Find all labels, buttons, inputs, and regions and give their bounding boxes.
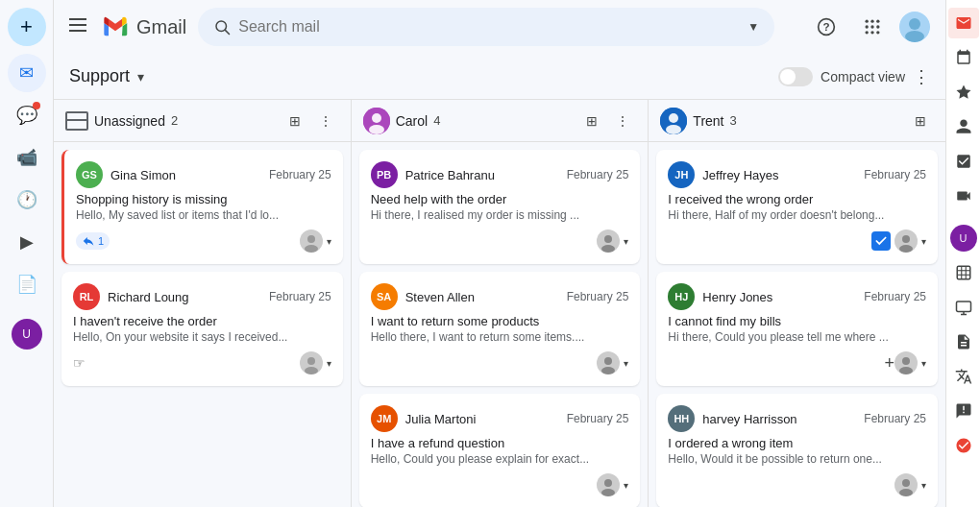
hamburger-icon[interactable] xyxy=(69,16,86,38)
email-card[interactable]: HJ Henry Jones February 25 I cannot find… xyxy=(656,272,938,386)
assignee-area[interactable]: ▾ xyxy=(597,351,628,374)
add-card-button-carol[interactable]: ⊞ xyxy=(578,108,605,134)
card-footer: ▾ xyxy=(371,473,629,496)
svg-point-11 xyxy=(870,25,873,28)
sidebar-item-clock[interactable]: 🕐 xyxy=(8,181,46,219)
rp-icon-star[interactable] xyxy=(948,77,979,108)
svg-rect-41 xyxy=(957,266,970,279)
assignee-area[interactable]: ▾ xyxy=(894,473,926,496)
assignee-chevron-icon[interactable]: ▾ xyxy=(624,236,628,247)
svg-point-36 xyxy=(899,245,913,253)
svg-point-39 xyxy=(902,479,910,487)
assignee-area[interactable]: ▾ xyxy=(894,351,926,374)
sidebar-item-chat[interactable]: 💬 xyxy=(8,96,46,134)
email-subject: I cannot find my bills xyxy=(668,314,926,328)
card-header: SA Steven Allen February 25 xyxy=(371,283,629,310)
col-title-trent: Trent xyxy=(693,113,723,129)
assignee-area[interactable]: ▾ xyxy=(894,229,926,253)
col-count-carol: 4 xyxy=(433,113,440,128)
email-card[interactable]: RL Richard Loung February 25 I haven't r… xyxy=(61,272,343,386)
svg-point-34 xyxy=(666,125,681,134)
email-card[interactable]: GS Gina Simon February 25 Shopping histo… xyxy=(61,150,343,264)
more-options-unassigned[interactable]: ⋮ xyxy=(312,108,339,134)
assignee-area[interactable]: ▾ xyxy=(597,473,628,496)
col-avatar-trent xyxy=(660,108,687,134)
rp-icon-feedback[interactable] xyxy=(948,396,979,426)
sender-avatar: SA xyxy=(371,283,398,310)
add-card-button-unassigned[interactable]: ⊞ xyxy=(282,108,308,134)
email-date: February 25 xyxy=(864,290,926,303)
svg-point-19 xyxy=(307,235,315,243)
rp-icon-docs2[interactable] xyxy=(948,326,979,357)
user-avatar[interactable] xyxy=(899,12,930,42)
rp-icon-support[interactable] xyxy=(948,430,979,461)
svg-rect-2 xyxy=(69,30,86,32)
assignee-chevron-icon[interactable]: ▾ xyxy=(624,480,628,491)
col-count-trent: 3 xyxy=(730,113,737,128)
col-title-unassigned: Unassigned xyxy=(94,113,165,129)
sidebar-item-mail[interactable]: ✉ xyxy=(8,54,46,92)
search-input[interactable] xyxy=(238,18,740,36)
assignee-area[interactable]: ▾ xyxy=(300,351,331,374)
assignee-chevron-icon[interactable]: ▾ xyxy=(624,358,628,369)
email-card[interactable]: HH harvey Harrisson February 25 I ordere… xyxy=(656,394,938,507)
email-subject: Need help with the order xyxy=(371,192,629,206)
assignee-chevron-icon[interactable]: ▾ xyxy=(921,358,926,369)
rp-icon-mail[interactable] xyxy=(948,8,979,38)
rp-icon-meet[interactable] xyxy=(948,181,979,211)
svg-line-4 xyxy=(226,30,230,34)
email-card[interactable]: JH Jeffrey Hayes February 25 I received … xyxy=(656,150,938,264)
svg-rect-1 xyxy=(69,24,86,26)
compose-button[interactable]: + xyxy=(8,8,46,46)
sidebar-item-meet[interactable]: 📹 xyxy=(8,138,46,177)
svg-point-21 xyxy=(307,357,315,365)
rp-icon-calendar[interactable] xyxy=(948,42,979,73)
sidebar-item-user[interactable]: U xyxy=(8,315,46,353)
svg-point-7 xyxy=(866,20,869,23)
email-date: February 25 xyxy=(269,290,331,303)
gmail-text: Gmail xyxy=(136,16,186,38)
assignee-chevron-icon[interactable]: ▾ xyxy=(327,358,331,369)
card-header: JH Jeffrey Hayes February 25 xyxy=(668,161,926,188)
assignee-area[interactable]: ▾ xyxy=(597,229,628,253)
email-card[interactable]: JM Julia Martoni February 25 I have a re… xyxy=(359,394,641,507)
email-preview: Hello, Could you please explain for exac… xyxy=(371,452,629,466)
more-options-icon[interactable]: ⋮ xyxy=(913,66,930,87)
svg-point-20 xyxy=(305,245,318,253)
svg-point-37 xyxy=(902,357,910,365)
cursor-icon: ☞ xyxy=(73,355,86,371)
search-chevron-icon[interactable]: ▼ xyxy=(747,20,759,34)
assignee-chevron-icon[interactable]: ▾ xyxy=(921,480,926,491)
column-unassigned: Unassigned 2 ⊞ ⋮ GS Gina Simon February … xyxy=(54,100,352,507)
sidebar-item-docs[interactable]: 📄 xyxy=(8,265,46,303)
support-chevron-icon[interactable]: ▾ xyxy=(137,69,144,84)
email-card[interactable]: SA Steven Allen February 25 I want to re… xyxy=(359,272,641,386)
card-footer: ▾ xyxy=(371,351,629,374)
email-card[interactable]: PB Patrice Bahranu February 25 Need help… xyxy=(359,150,641,264)
rp-icon-sheets[interactable] xyxy=(948,257,979,288)
search-bar[interactable]: ▼ xyxy=(198,8,774,46)
rp-icon-slides[interactable] xyxy=(948,292,979,323)
sidebar-item-send[interactable]: ▶ xyxy=(8,223,46,261)
rp-icon-contacts[interactable] xyxy=(948,111,979,142)
apps-button[interactable] xyxy=(853,8,892,46)
email-preview: Hi there, Half of my order doesn't belon… xyxy=(668,208,926,222)
header-right: ? xyxy=(807,8,930,46)
compact-toggle-switch[interactable] xyxy=(778,67,813,86)
svg-point-18 xyxy=(905,31,924,42)
assignee-area[interactable]: ▾ xyxy=(300,229,331,253)
add-card-button-trent[interactable]: ⊞ xyxy=(907,108,934,134)
assignee-chevron-icon[interactable]: ▾ xyxy=(327,236,331,247)
sub-header: Support ▾ Compact view ⋮ xyxy=(54,54,945,100)
rp-icon-translate[interactable] xyxy=(948,361,979,392)
rp-icon-directory[interactable]: U xyxy=(948,223,979,254)
more-options-carol[interactable]: ⋮ xyxy=(609,108,636,134)
help-button[interactable]: ? xyxy=(807,8,845,46)
assignee-chevron-icon[interactable]: ▾ xyxy=(921,236,926,247)
column-header-carol: Carol 4 ⊞ ⋮ xyxy=(352,100,649,142)
rp-icon-tasks[interactable] xyxy=(948,146,979,177)
left-sidebar: + ✉ 💬 📹 🕐 ▶ 📄 U xyxy=(0,0,54,507)
svg-point-24 xyxy=(372,113,381,123)
add-button[interactable]: + xyxy=(885,353,895,374)
email-preview: Hello, On your website it says I receive… xyxy=(73,330,331,344)
